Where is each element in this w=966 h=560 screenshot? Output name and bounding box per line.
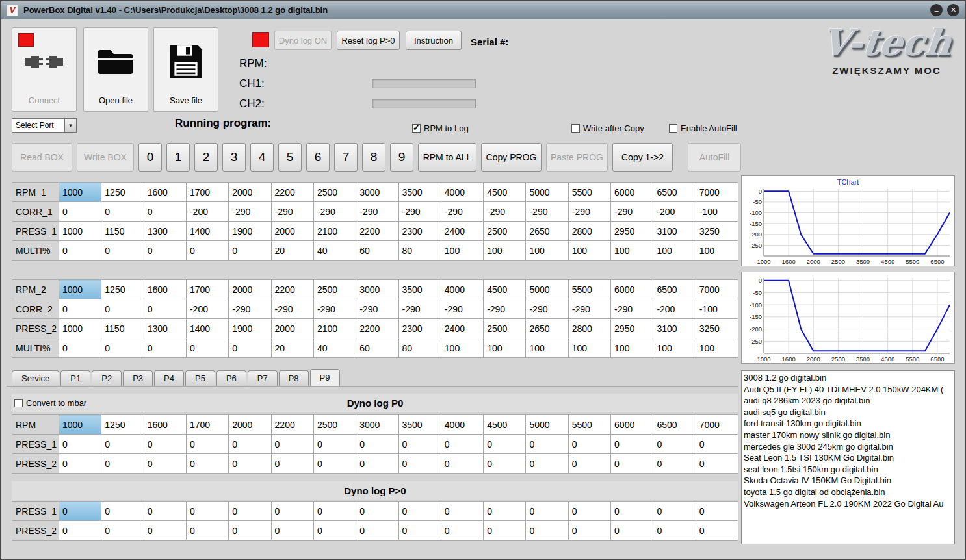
cell-MULTI%-6[interactable]: 40	[313, 338, 356, 358]
cell-MULTI%-13[interactable]: 100	[611, 241, 653, 261]
read-box-button[interactable]: Read BOX	[12, 143, 72, 172]
cell-RPM-15[interactable]: 7000	[696, 415, 738, 435]
cell-RPM_1-6[interactable]: 2500	[313, 183, 356, 202]
cell-PRESS_2-9[interactable]: 0	[441, 454, 483, 474]
cell-PRESS_2-3[interactable]: 1400	[186, 319, 228, 338]
cell-PRESS_1-10[interactable]: 2500	[484, 222, 526, 241]
cell-PRESS_2-0[interactable]: 1000	[59, 319, 101, 338]
cell-PRESS_2-12[interactable]: 2800	[568, 319, 610, 338]
cell-RPM_2-12[interactable]: 5500	[568, 280, 610, 299]
cell-RPM_2-11[interactable]: 5000	[526, 280, 568, 299]
cell-PRESS_2-5[interactable]: 0	[271, 521, 313, 541]
cell-PRESS_2-7[interactable]: 2200	[356, 319, 398, 338]
cell-PRESS_1-2[interactable]: 1300	[144, 222, 186, 241]
cell-CORR_1-15[interactable]: -100	[696, 202, 738, 222]
digit-button-4[interactable]: 4	[250, 143, 274, 172]
cell-PRESS_2-15[interactable]: 3250	[696, 319, 738, 338]
tab-p4[interactable]: P4	[154, 370, 184, 386]
file-item[interactable]: 3008 1.2 go digital.bin	[744, 372, 952, 384]
cell-PRESS_1-6[interactable]: 0	[313, 502, 356, 521]
cell-PRESS_1-0[interactable]: 1000	[59, 222, 101, 241]
cell-CORR_1-14[interactable]: -200	[653, 202, 696, 222]
cell-CORR_1-3[interactable]: -200	[186, 202, 228, 222]
cell-RPM_2-8[interactable]: 3500	[398, 280, 441, 299]
write-after-copy-checkbox[interactable]: Write after Copy	[571, 123, 644, 133]
cell-PRESS_1-4[interactable]: 0	[229, 502, 271, 521]
file-item[interactable]: Audi Q5 II (FY FL) 40 TDI MHEV 2.0 150kW…	[744, 384, 952, 396]
cell-CORR_1-5[interactable]: -290	[271, 202, 313, 222]
cell-PRESS_1-3[interactable]: 0	[186, 502, 228, 521]
cell-PRESS_1-10[interactable]: 0	[484, 435, 526, 454]
rpm-to-all-button[interactable]: RPM to ALL	[418, 143, 476, 172]
cell-RPM_2-10[interactable]: 4500	[484, 280, 526, 299]
digit-button-5[interactable]: 5	[278, 143, 302, 172]
open-file-button[interactable]: Open file	[83, 27, 148, 112]
cell-RPM_1-7[interactable]: 3000	[356, 183, 398, 202]
cell-MULTI%-12[interactable]: 100	[568, 338, 610, 358]
minimize-button[interactable]: –	[930, 4, 943, 16]
cell-RPM_1-9[interactable]: 4000	[441, 183, 483, 202]
digit-button-6[interactable]: 6	[306, 143, 330, 172]
cell-PRESS_2-1[interactable]: 0	[101, 454, 144, 474]
cell-CORR_1-7[interactable]: -290	[356, 202, 398, 222]
cell-PRESS_2-3[interactable]: 0	[186, 454, 228, 474]
cell-PRESS_1-12[interactable]: 0	[568, 502, 610, 521]
cell-PRESS_2-8[interactable]: 2300	[398, 319, 441, 338]
enable-autofill-checkbox[interactable]: Enable AutoFill	[669, 123, 737, 133]
digit-button-8[interactable]: 8	[362, 143, 385, 172]
cell-CORR_1-1[interactable]: 0	[101, 202, 144, 222]
cell-MULTI%-14[interactable]: 100	[653, 241, 696, 261]
cell-PRESS_1-15[interactable]: 0	[696, 502, 738, 521]
cell-PRESS_2-0[interactable]: 0	[59, 454, 101, 474]
cell-PRESS_1-4[interactable]: 0	[229, 435, 271, 454]
cell-CORR_2-0[interactable]: 0	[59, 299, 101, 319]
cell-CORR_2-10[interactable]: -290	[484, 299, 526, 319]
cell-PRESS_2-1[interactable]: 1150	[101, 319, 144, 338]
cell-RPM_1-5[interactable]: 2200	[271, 183, 313, 202]
cell-RPM-14[interactable]: 6500	[653, 415, 696, 435]
cell-PRESS_2-5[interactable]: 2000	[271, 319, 313, 338]
convert-to-mbar-checkbox[interactable]: Convert to mbar	[14, 398, 86, 408]
cell-RPM-10[interactable]: 4500	[484, 415, 526, 435]
cell-PRESS_1-9[interactable]: 0	[441, 435, 483, 454]
file-item[interactable]: Seat Leon 1.5 TSI 130KM Go Digital.bin	[744, 452, 952, 464]
cell-CORR_2-13[interactable]: -290	[611, 299, 653, 319]
cell-PRESS_1-5[interactable]: 2000	[271, 222, 313, 241]
cell-CORR_1-13[interactable]: -290	[611, 202, 653, 222]
cell-RPM_1-4[interactable]: 2000	[229, 183, 271, 202]
cell-MULTI%-7[interactable]: 60	[356, 241, 398, 261]
cell-RPM-11[interactable]: 5000	[526, 415, 568, 435]
cell-PRESS_2-15[interactable]: 0	[696, 521, 738, 541]
cell-CORR_1-4[interactable]: -290	[229, 202, 271, 222]
cell-MULTI%-2[interactable]: 0	[144, 338, 186, 358]
select-port-dropdown[interactable]: Select Port ▼	[12, 118, 77, 133]
cell-CORR_1-10[interactable]: -290	[484, 202, 526, 222]
cell-PRESS_1-11[interactable]: 0	[526, 435, 568, 454]
cell-PRESS_2-2[interactable]: 0	[144, 454, 186, 474]
cell-MULTI%-12[interactable]: 100	[568, 241, 610, 261]
digit-button-2[interactable]: 2	[194, 143, 218, 172]
cell-CORR_2-6[interactable]: -290	[313, 299, 356, 319]
digit-button-9[interactable]: 9	[390, 143, 413, 172]
cell-RPM_2-6[interactable]: 2500	[313, 280, 356, 299]
cell-PRESS_2-12[interactable]: 0	[568, 454, 610, 474]
cell-PRESS_2-10[interactable]: 0	[484, 454, 526, 474]
cell-MULTI%-10[interactable]: 100	[484, 338, 526, 358]
cell-RPM-13[interactable]: 6000	[611, 415, 653, 435]
cell-PRESS_2-8[interactable]: 0	[398, 454, 441, 474]
cell-PRESS_2-4[interactable]: 0	[229, 454, 271, 474]
cell-MULTI%-9[interactable]: 100	[441, 241, 483, 261]
cell-RPM_2-14[interactable]: 6500	[653, 280, 696, 299]
cell-MULTI%-0[interactable]: 0	[59, 241, 101, 261]
cell-PRESS_1-1[interactable]: 0	[101, 435, 144, 454]
cell-MULTI%-5[interactable]: 20	[271, 241, 313, 261]
cell-PRESS_1-14[interactable]: 0	[653, 435, 696, 454]
cell-PRESS_2-1[interactable]: 0	[101, 521, 144, 541]
cell-RPM_2-3[interactable]: 1700	[186, 280, 228, 299]
cell-RPM_2-15[interactable]: 7000	[696, 280, 738, 299]
cell-PRESS_2-10[interactable]: 0	[484, 521, 526, 541]
cell-PRESS_2-12[interactable]: 0	[568, 521, 610, 541]
cell-RPM_2-4[interactable]: 2000	[229, 280, 271, 299]
cell-PRESS_1-7[interactable]: 0	[356, 502, 398, 521]
cell-RPM_1-1[interactable]: 1250	[101, 183, 144, 202]
